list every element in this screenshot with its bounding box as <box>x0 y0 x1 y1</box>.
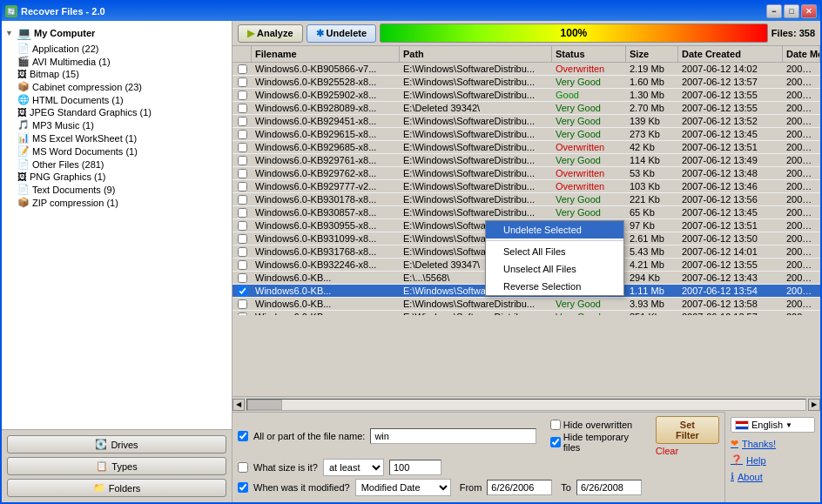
table-row[interactable]: Windows6.0-KB905866-v7... E:\Windows\Sof… <box>232 63 820 76</box>
row-checkbox[interactable] <box>232 142 252 153</box>
table-row[interactable]: Windows6.0-KB925528-x8... E:\Windows\Sof… <box>232 76 820 89</box>
modified-checkbox[interactable] <box>238 482 248 493</box>
col-status-header[interactable]: Status <box>552 46 626 62</box>
row-checkbox[interactable] <box>232 220 252 232</box>
drives-button[interactable]: 💽 Drives <box>7 435 226 454</box>
cell-modified: 2007-06-12 13:57 <box>783 311 820 315</box>
col-created-header[interactable]: Date Created <box>678 46 783 62</box>
list-item[interactable]: 📄Text Documents (9) <box>17 183 228 196</box>
size-value-input[interactable] <box>389 460 441 475</box>
table-row[interactable]: Windows6.0-KB928089-x8... E:\Deleted 393… <box>232 102 820 115</box>
table-row[interactable]: Windows6.0-KB930857-x8... E:\Windows\Sof… <box>232 206 820 219</box>
close-button[interactable]: ✕ <box>801 4 817 18</box>
filename-checkbox[interactable] <box>238 431 248 441</box>
list-item[interactable]: 📄Other Files (281) <box>17 158 228 171</box>
folders-button[interactable]: 📁 Folders <box>7 479 226 497</box>
row-checkbox[interactable] <box>232 246 252 258</box>
context-unselect-all[interactable]: Unselect All Files <box>486 260 623 278</box>
language-selector[interactable]: English ▼ <box>731 417 815 433</box>
flag-icon <box>735 420 749 430</box>
cell-size: 139 Kb <box>626 115 678 127</box>
row-checkbox[interactable] <box>232 181 252 192</box>
undelete-button[interactable]: ✱ Undelete <box>307 24 376 43</box>
filter-row-3: When was it modified? Modified Date From… <box>238 479 719 496</box>
row-checkbox[interactable] <box>232 312 252 316</box>
table-row[interactable]: Windows6.0-KB929685-x8... E:\Windows\Sof… <box>232 141 820 154</box>
title-bar-buttons: − □ ✕ <box>766 4 817 18</box>
scroll-thumb[interactable] <box>247 400 282 410</box>
row-checkbox[interactable] <box>232 194 252 205</box>
table-row[interactable]: Windows6.0-KB929761-x8... E:\Windows\Sof… <box>232 154 820 167</box>
row-checkbox[interactable] <box>232 259 252 271</box>
list-item[interactable]: 📦ZIP compression (1) <box>17 196 228 209</box>
help-link[interactable]: ❓ Help <box>731 454 815 466</box>
about-link[interactable]: ℹ About <box>731 471 815 482</box>
row-checkbox[interactable] <box>232 103 252 114</box>
col-path-header[interactable]: Path <box>400 46 552 62</box>
col-filename-header[interactable]: Filename <box>252 46 400 62</box>
horizontal-scrollbar[interactable]: ◀ ▶ <box>232 396 820 412</box>
tree-root[interactable]: ▼ 💻 My Computer <box>5 24 228 42</box>
undelete-icon: ✱ <box>316 28 324 39</box>
modified-type-select[interactable]: Modified Date <box>355 479 451 496</box>
clear-button[interactable]: Clear <box>656 446 678 456</box>
row-checkbox[interactable] <box>232 155 252 166</box>
row-checkbox[interactable] <box>232 64 252 75</box>
scroll-left-button[interactable]: ◀ <box>232 399 245 411</box>
size-type-select[interactable]: at least <box>323 459 384 476</box>
table-row[interactable]: Windows6.0-KB... E:\Windows\SoftwareDist… <box>232 311 820 315</box>
hide-temporary-checkbox[interactable] <box>550 437 561 447</box>
cell-path: E:\Deleted 39342\ <box>400 102 552 114</box>
table-row[interactable]: Windows6.0-KB929615-x8... E:\Windows\Sof… <box>232 128 820 141</box>
scroll-track[interactable] <box>246 399 806 411</box>
maximize-button[interactable]: □ <box>784 4 799 18</box>
to-date-input[interactable] <box>576 480 642 495</box>
hide-overwritten-checkbox[interactable] <box>550 420 561 430</box>
table-row[interactable]: Windows6.0-KB929451-x8... E:\Windows\Sof… <box>232 115 820 128</box>
list-item[interactable]: 🖼PNG Graphics (1) <box>17 171 228 183</box>
cell-filename: Windows6.0-KB929777-v2... <box>252 180 400 192</box>
scroll-right-button[interactable]: ▶ <box>808 399 820 411</box>
list-item[interactable]: 📦Cabinet compression (23) <box>17 80 228 93</box>
row-checkbox[interactable] <box>232 233 252 245</box>
from-date-input[interactable] <box>487 480 552 495</box>
context-reverse-selection[interactable]: Reverse Selection <box>486 278 623 295</box>
col-modified-header[interactable]: Date Modified <box>783 46 820 62</box>
table-row[interactable]: Windows6.0-KB... E:\Windows\SoftwareDist… <box>232 298 820 311</box>
row-checkbox[interactable] <box>232 272 252 284</box>
table-row[interactable]: Windows6.0-KB929777-v2... E:\Windows\Sof… <box>232 180 820 193</box>
context-undelete-selected[interactable]: Undelete Selected <box>486 221 623 239</box>
analyze-button[interactable]: ▶ Analyze <box>238 24 303 43</box>
table-row[interactable]: Windows6.0-KB925902-x8... E:\Windows\Sof… <box>232 89 820 102</box>
list-item[interactable]: 🎬AVI Multimedia (1) <box>17 55 228 68</box>
row-checkbox[interactable] <box>232 299 252 310</box>
size-checkbox[interactable] <box>238 462 248 473</box>
set-filter-button[interactable]: Set Filter <box>656 416 719 444</box>
list-item[interactable]: 📄Application (22) <box>17 42 228 55</box>
list-item[interactable]: 🖼Bitmap (15) <box>17 68 228 80</box>
table-row[interactable]: Windows6.0-KB929762-x8... E:\Windows\Sof… <box>232 167 820 180</box>
row-checkbox[interactable] <box>232 129 252 140</box>
row-checkbox[interactable] <box>232 168 252 179</box>
row-checkbox[interactable] <box>232 77 252 88</box>
filter-row-1: All or part of the file name: Hide overw… <box>238 416 719 456</box>
types-button[interactable]: 📋 Types <box>7 457 226 475</box>
list-item[interactable]: 🖼JPEG Standard Graphics (1) <box>17 106 228 118</box>
col-size-header[interactable]: Size <box>626 46 678 62</box>
list-item[interactable]: 🌐HTML Documents (1) <box>17 93 228 106</box>
list-item[interactable]: 📝MS Word Documents (1) <box>17 144 228 158</box>
thanks-link[interactable]: ❤ Thanks! <box>731 438 815 449</box>
row-checkbox[interactable] <box>232 207 252 218</box>
cell-modified: 2007-06-12 13:58 <box>783 298 820 310</box>
context-select-all[interactable]: Select All Files <box>486 243 623 260</box>
row-checkbox[interactable] <box>232 90 252 101</box>
cell-path: E:\Windows\SoftwareDistribu... <box>400 128 552 140</box>
row-checkbox[interactable] <box>232 286 252 297</box>
row-checkbox[interactable] <box>232 116 252 127</box>
table-row[interactable]: Windows6.0-KB930178-x8... E:\Windows\Sof… <box>232 193 820 206</box>
list-item[interactable]: 📊MS Excel WorkSheet (1) <box>17 131 228 144</box>
list-item[interactable]: 🎵MP3 Music (1) <box>17 118 228 131</box>
minimize-button[interactable]: − <box>766 4 782 18</box>
filename-input[interactable] <box>370 428 536 444</box>
col-checkbox-header <box>232 46 252 62</box>
